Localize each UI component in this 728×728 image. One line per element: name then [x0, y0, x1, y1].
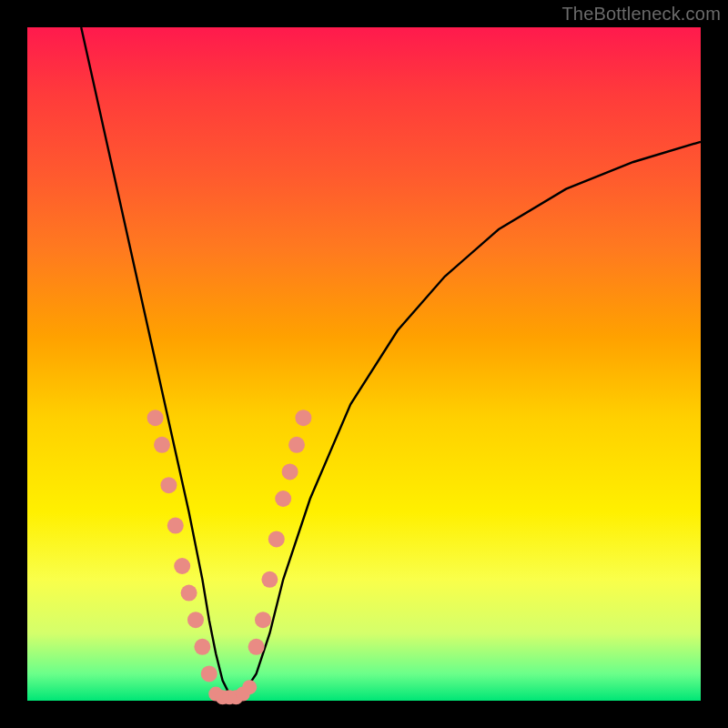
watermark-text: TheBottleneck.com: [561, 4, 721, 25]
bottleneck-curve: [81, 27, 701, 694]
marker-dot: [147, 410, 164, 426]
marker-dot: [187, 612, 204, 628]
marker-dot: [255, 612, 271, 628]
marker-dot: [194, 639, 210, 655]
marker-dot: [275, 490, 291, 507]
marker-dot: [242, 680, 257, 694]
marker-dot: [261, 571, 278, 588]
marker-dot: [174, 558, 190, 574]
marker-dot: [248, 639, 265, 655]
marker-dot: [288, 437, 305, 453]
marker-dot: [295, 410, 311, 426]
marker-group: [147, 410, 312, 704]
marker-dot: [167, 518, 184, 534]
chart-svg: [27, 27, 701, 701]
marker-dot: [160, 477, 177, 493]
marker-dot: [282, 463, 298, 480]
marker-dot: [268, 531, 285, 547]
marker-dot: [154, 437, 170, 453]
marker-dot: [201, 665, 217, 682]
marker-dot: [181, 585, 197, 602]
